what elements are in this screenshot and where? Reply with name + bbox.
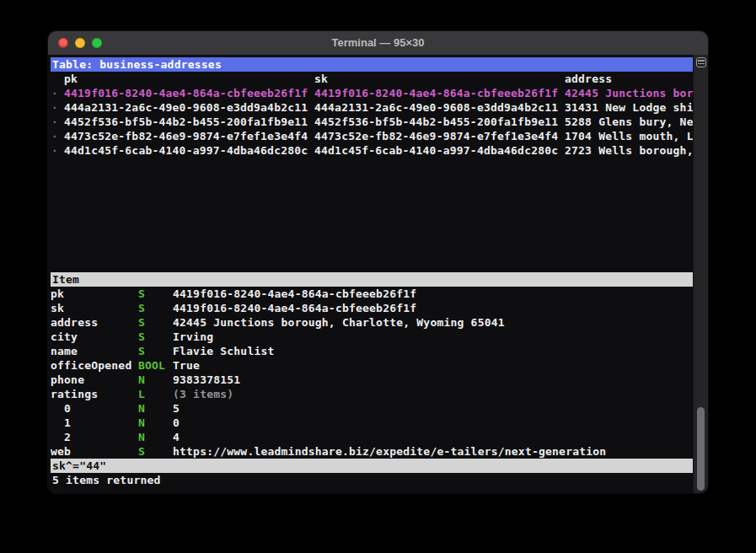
field-key: sk — [51, 301, 64, 315]
cell-address: 1704 Wells mouth, L — [565, 129, 694, 143]
field-type: N — [138, 373, 145, 387]
field-key: address — [51, 315, 98, 330]
cell-address: 42445 Junctions bor — [565, 86, 694, 100]
field-value: Flavie Schulist — [173, 344, 275, 358]
column-header-sk: sk — [314, 72, 328, 86]
table-title-bar: Table: business-addresses — [51, 57, 694, 72]
field-value: 4419f016-8240-4ae4-864a-cbfeeeb26f1f — [173, 301, 416, 315]
cell-pk: 4473c52e-fb82-46e9-9874-e7fef1e3e4f4 — [64, 129, 308, 143]
table-row[interactable]: · 444a2131-2a6c-49e0-9608-e3dd9a4b2c11 4… — [51, 100, 694, 115]
item-field-row: 0 N 5 — [51, 401, 694, 416]
field-type: S — [138, 287, 145, 301]
field-key: 2 — [64, 430, 71, 444]
row-bullet-icon: · — [51, 143, 58, 158]
field-type: N — [138, 430, 145, 444]
item-panel: Item pk S 4419f016-8240-4ae4-864a-cbfeee… — [51, 272, 694, 459]
item-field-row: 2 N 4 — [51, 430, 694, 444]
field-value: (3 items) — [173, 387, 233, 401]
scrollbar-track[interactable] — [693, 55, 708, 493]
field-key: pk — [51, 287, 64, 301]
cell-pk: 444a2131-2a6c-49e0-9608-e3dd9a4b2c11 — [64, 100, 308, 115]
field-type: S — [138, 315, 145, 330]
item-field-row: pk S 4419f016-8240-4ae4-864a-cbfeeeb26f1… — [51, 287, 694, 301]
field-value: 42445 Junctions borough, Charlotte, Wyom… — [173, 315, 505, 330]
item-field-row: ratings L (3 items) — [51, 387, 694, 401]
field-key: web — [51, 444, 71, 459]
field-type: S — [138, 444, 145, 459]
field-type: S — [138, 301, 145, 315]
item-field-row: web S https://www.leadmindshare.biz/expe… — [51, 444, 694, 459]
table-row[interactable]: · 44d1c45f-6cab-4140-a997-4dba46dc280c 4… — [51, 143, 694, 158]
row-bullet-icon: · — [51, 115, 58, 129]
item-field-row: officeOpened BOOL True — [51, 358, 694, 373]
cell-address: 5288 Glens bury, Ne — [565, 115, 694, 129]
field-key: officeOpened — [51, 358, 131, 373]
screen: Terminal — 95×30 Table: business-address… — [0, 0, 756, 553]
field-value: 4 — [173, 430, 180, 444]
field-value: https://www.leadmindshare.biz/expedite/e… — [173, 444, 606, 459]
status-bar: 5 items returned — [51, 473, 694, 487]
item-field-row: city S Irving — [51, 330, 694, 344]
item-field-row: address S 42445 Junctions borough, Charl… — [51, 315, 694, 330]
field-value: True — [173, 358, 200, 373]
terminal-window: Terminal — 95×30 Table: business-address… — [48, 31, 708, 493]
field-key: ratings — [51, 387, 98, 401]
item-field-row: sk S 4419f016-8240-4ae4-864a-cbfeeeb26f1… — [51, 301, 694, 315]
table-column-headers: pk sk address — [51, 72, 694, 86]
cell-pk: 4452f536-bf5b-44b2-b455-200fa1fb9e11 — [64, 115, 308, 129]
field-type: S — [138, 330, 145, 344]
column-header-address: address — [565, 72, 612, 86]
row-bullet-icon: · — [51, 100, 58, 115]
field-value: Irving — [173, 330, 213, 344]
item-fields: pk S 4419f016-8240-4ae4-864a-cbfeeeb26f1… — [51, 287, 694, 459]
cell-pk: 4419f016-8240-4ae4-864a-cbfeeeb26f1f — [64, 86, 308, 100]
field-key: phone — [51, 373, 84, 387]
field-value: 5 — [173, 401, 180, 416]
cell-address: 31431 New Lodge shi — [565, 100, 694, 115]
table-rows: · 4419f016-8240-4ae4-864a-cbfeeeb26f1f 4… — [51, 86, 694, 158]
row-bullet-icon: · — [51, 129, 58, 143]
field-value: 0 — [173, 416, 180, 430]
item-field-row: name S Flavie Schulist — [51, 344, 694, 358]
filter-expression[interactable]: sk^="44" — [51, 459, 694, 473]
scrollbar-thumb[interactable] — [697, 407, 705, 491]
item-field-row: 1 N 0 — [51, 416, 694, 430]
cell-sk: 444a2131-2a6c-49e0-9608-e3dd9a4b2c11 — [314, 100, 558, 115]
field-type: N — [138, 401, 145, 416]
field-key: name — [51, 344, 78, 358]
cell-sk: 4419f016-8240-4ae4-864a-cbfeeeb26f1f — [314, 86, 558, 100]
item-panel-header: Item — [51, 272, 694, 287]
cell-address: 2723 Wells borough, — [565, 143, 694, 158]
field-value: 4419f016-8240-4ae4-864a-cbfeeeb26f1f — [173, 287, 416, 301]
table-row[interactable]: · 4419f016-8240-4ae4-864a-cbfeeeb26f1f 4… — [51, 86, 694, 100]
field-key: city — [51, 330, 78, 344]
field-type: L — [138, 387, 145, 401]
filter-bar[interactable]: sk^="44" — [51, 459, 694, 473]
field-key: 0 — [64, 401, 71, 416]
field-type: N — [138, 416, 145, 430]
cell-sk: 4473c52e-fb82-46e9-9874-e7fef1e3e4f4 — [314, 129, 558, 143]
field-value: 9383378151 — [173, 373, 240, 387]
table-row[interactable]: · 4473c52e-fb82-46e9-9874-e7fef1e3e4f4 4… — [51, 129, 694, 143]
terminal-content: Table: business-addresses pk sk address … — [48, 55, 708, 493]
scroll-marker-icon[interactable] — [696, 57, 706, 67]
field-type: S — [138, 344, 145, 358]
field-type: BOOL — [138, 358, 165, 373]
cell-pk: 44d1c45f-6cab-4140-a997-4dba46dc280c — [64, 143, 308, 158]
window-titlebar[interactable]: Terminal — 95×30 — [48, 31, 708, 56]
window-title: Terminal — 95×30 — [48, 31, 708, 55]
cell-sk: 4452f536-bf5b-44b2-b455-200fa1fb9e11 — [314, 115, 558, 129]
row-bullet-icon: · — [51, 86, 58, 100]
table-row[interactable]: · 4452f536-bf5b-44b2-b455-200fa1fb9e11 4… — [51, 115, 694, 129]
column-header-pk: pk — [64, 72, 78, 86]
cell-sk: 44d1c45f-6cab-4140-a997-4dba46dc280c — [314, 143, 558, 158]
item-field-row: phone N 9383378151 — [51, 373, 694, 387]
field-key: 1 — [64, 416, 71, 430]
terminal-grid: Table: business-addresses pk sk address … — [51, 57, 694, 487]
